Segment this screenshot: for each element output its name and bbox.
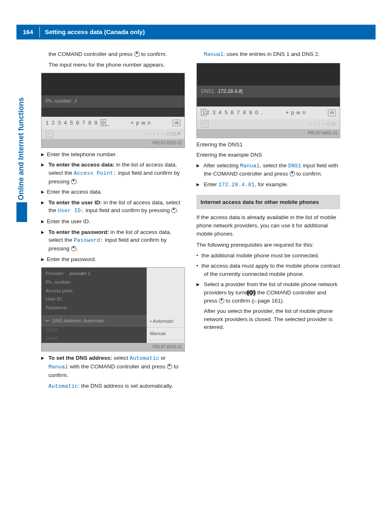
- ss-nav-row: ⤺ ← ↑ ↓ → ▢ CLR: [42, 129, 184, 139]
- controller-press-icon: [290, 171, 295, 176]
- step-continuation: Automatic: the DNS address is set automa…: [41, 382, 185, 391]
- side-margin: Online and Internet functions: [16, 50, 31, 393]
- controller-press-icon: [71, 179, 76, 184]
- step-continuation: After you select the provider, the list …: [196, 307, 340, 331]
- side-label: Online and Internet functions: [16, 83, 26, 215]
- step: To enter the password: in the list of ac…: [41, 228, 185, 253]
- header-title: Setting access data (Canada only): [40, 28, 145, 37]
- step: To enter the access data: in the list of…: [41, 161, 185, 185]
- section-heading: Internet access data for other mobile ph…: [196, 195, 340, 210]
- step: Enter the password.: [41, 255, 185, 264]
- intro-text: the COMAND controller and press to confi…: [41, 50, 185, 58]
- controller-press-icon: [167, 364, 172, 369]
- paragraph: If the access data is already available …: [196, 213, 340, 238]
- ss-footer: P82.87-8152-31: [42, 139, 184, 148]
- controller-press-icon: [134, 51, 140, 57]
- manual-desc: Manual: uses the entries in DNS 1 and DN…: [196, 50, 340, 59]
- screenshot-provider-settings: Provider:provider 1 Ph. number: Access p…: [41, 267, 185, 352]
- step: Enter the access data.: [41, 188, 185, 196]
- page-ref-icon: [254, 298, 258, 304]
- intro-text-2: The input menu for the phone number appe…: [41, 61, 185, 69]
- controller-press-icon: [171, 208, 177, 213]
- page-header: 164 Setting access data (Canada only): [16, 25, 376, 39]
- paragraph: The following prerequisites are required…: [196, 241, 340, 249]
- step: To enter the user ID: in the list of acc…: [41, 199, 185, 215]
- step: Enter 172.28.4.81, for example.: [196, 180, 340, 189]
- step: After selecting Manual, select the DNS1 …: [196, 162, 340, 178]
- ss-nav-row: ⤺ ← ↑ ↓ → ▢ C: [197, 119, 340, 129]
- page-number: 164: [16, 28, 39, 37]
- step: To set the DNS address: select Automatic…: [41, 354, 185, 379]
- controller-press-icon: [71, 246, 76, 251]
- ss-field-row: DNS1: 172.28.4.8|: [197, 86, 340, 97]
- caption: Entering the DNS1: [196, 141, 340, 149]
- screenshot-dns-entry: DNS1: 172.28.4.8| 12 3 4 5 6 7 8 9 0 . +…: [196, 63, 340, 138]
- ss-field-row: Ph. number: /: [42, 95, 184, 107]
- controller-press-icon: [219, 298, 224, 303]
- step: Enter the user ID.: [41, 217, 185, 226]
- column-left: the COMAND controller and press to confi…: [41, 50, 185, 393]
- ss-keypad-row: 12 3 4 5 6 7 8 9 0 . + p w n ok: [197, 106, 340, 119]
- step: Select a provider from the list of mobil…: [196, 280, 340, 305]
- bullet: the access data must apply to the mobile…: [196, 262, 340, 278]
- caption: Entering the example DNS: [196, 151, 340, 159]
- ss-footer: P82.87-6481-31: [197, 129, 340, 138]
- column-right: Manual: uses the entries in DNS 1 and DN…: [196, 50, 340, 393]
- ss-keypad-row: 1 2 3 4 5 6 7 8 9 0_ + p w n ok: [42, 117, 184, 130]
- screenshot-phone-number: Ph. number: / 1 2 3 4 5 6 7 8 9 0_ + p w…: [41, 73, 185, 148]
- bullet: the additional mobile phone must be conn…: [196, 252, 340, 260]
- step: Enter the telephone number.: [41, 150, 185, 159]
